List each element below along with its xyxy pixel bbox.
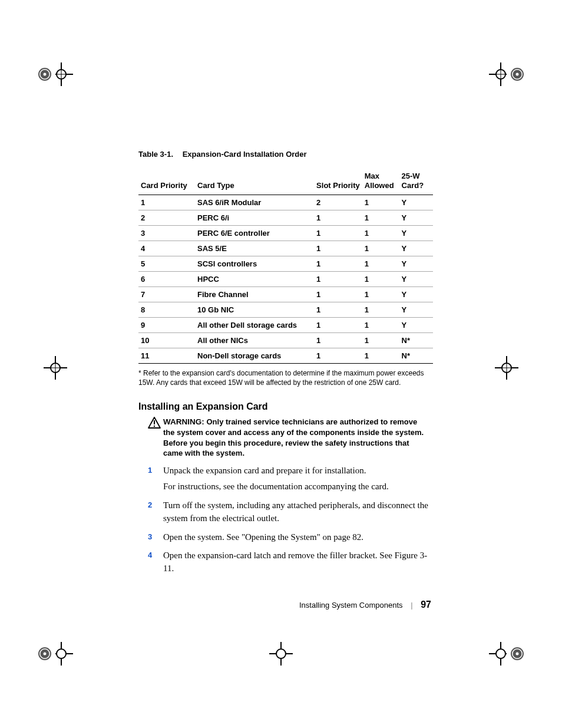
table-cell-ma: 1	[362, 210, 399, 225]
table-cell-cp: 7	[138, 286, 195, 302]
table-cell-sp: 1	[314, 332, 362, 348]
table-cell-sp: 1	[314, 241, 362, 256]
table-cell-w: N*	[399, 332, 433, 348]
svg-point-39	[154, 426, 155, 427]
table-cell-ct: All other Dell storage cards	[195, 317, 314, 332]
table-cell-w: Y	[399, 317, 433, 332]
table-cell-cp: 1	[138, 195, 195, 210]
table-row: 4SAS 5/E11Y	[138, 241, 433, 256]
th-max-allowed: Max Allowed	[362, 169, 399, 195]
table-row: 5SCSI controllers11Y	[138, 256, 433, 271]
section-heading: Installing an Expansion Card	[138, 401, 433, 412]
svg-point-24	[39, 648, 51, 660]
svg-point-7	[511, 68, 523, 80]
table-cell-w: Y	[399, 256, 433, 271]
table-cell-ct: SCSI controllers	[195, 256, 314, 271]
th-slot-priority: Slot Priority	[314, 169, 362, 195]
table-row: 9All other Dell storage cards11Y	[138, 317, 433, 332]
table-row: 6HPCC11Y	[138, 271, 433, 286]
table-number: Table 3-1.	[138, 150, 173, 159]
svg-point-25	[42, 651, 48, 657]
table-cell-ma: 1	[362, 271, 399, 286]
table-cell-sp: 1	[314, 225, 362, 241]
step-item: 4Open the expansion-card latch and remov…	[138, 549, 433, 575]
table-row: 11Non-Dell storage cards11N*	[138, 348, 433, 363]
th-25w-card: 25-W Card?	[399, 169, 433, 195]
table-cell-sp: 1	[314, 271, 362, 286]
table-cell-w: N*	[399, 348, 433, 363]
crop-mark-icon	[263, 636, 299, 671]
table-caption: Table 3-1. Expansion-Card Installation O…	[138, 150, 433, 159]
steps-list: 1Unpack the expansion card and prepare i…	[138, 465, 433, 575]
warning-block: WARNING: Only trained service technician…	[148, 417, 433, 459]
table-row: 2PERC 6/i11Y	[138, 210, 433, 225]
table-cell-sp: 1	[314, 286, 362, 302]
crop-mark-icon	[489, 636, 524, 671]
th-card-priority: Card Priority	[138, 169, 195, 195]
table-cell-ma: 1	[362, 256, 399, 271]
table-cell-ma: 1	[362, 225, 399, 241]
expansion-card-table: Card Priority Card Type Slot Priority Ma…	[138, 169, 433, 364]
svg-point-1	[42, 71, 48, 77]
table-cell-w: Y	[399, 271, 433, 286]
table-cell-ct: All other NICs	[195, 332, 314, 348]
table-cell-ma: 1	[362, 195, 399, 210]
table-cell-ma: 1	[362, 302, 399, 317]
table-cell-cp: 2	[138, 210, 195, 225]
warning-label: WARNING:	[163, 417, 207, 426]
table-cell-w: Y	[399, 302, 433, 317]
table-cell-sp: 1	[314, 317, 362, 332]
table-cell-w: Y	[399, 241, 433, 256]
svg-point-16	[51, 363, 60, 373]
svg-point-29	[511, 648, 523, 660]
crop-mark-icon	[38, 57, 73, 92]
table-cell-ma: 1	[362, 317, 399, 332]
table-row: 1SAS 6/iR Modular21Y	[138, 195, 433, 210]
crop-mark-icon	[489, 350, 524, 386]
table-cell-ma: 1	[362, 332, 399, 348]
table-cell-sp: 1	[314, 348, 362, 363]
table-cell-cp: 3	[138, 225, 195, 241]
footer-separator: |	[411, 601, 412, 610]
svg-point-11	[496, 70, 505, 79]
table-cell-sp: 2	[314, 195, 362, 210]
table-caption-text: Expansion-Card Installation Order	[183, 150, 307, 159]
table-cell-cp: 5	[138, 256, 195, 271]
table-row: 810 Gb NIC11Y	[138, 302, 433, 317]
table-cell-cp: 4	[138, 241, 195, 256]
step-number: 3	[148, 532, 152, 543]
table-cell-ma: 1	[362, 241, 399, 256]
table-cell-ma: 1	[362, 286, 399, 302]
warning-icon	[148, 417, 161, 431]
page-footer: Installing System Components | 97	[299, 599, 431, 610]
table-cell-sp: 1	[314, 256, 362, 271]
svg-point-30	[514, 651, 520, 657]
step-text: Open the system. See "Opening the System…	[163, 532, 363, 542]
table-cell-cp: 9	[138, 317, 195, 332]
table-footnote: * Refer to the expansion card's document…	[138, 368, 433, 387]
th-card-type: Card Type	[195, 169, 314, 195]
step-item: 3Open the system. See "Opening the Syste…	[138, 531, 433, 544]
table-row: 3PERC 6/E controller11Y	[138, 225, 433, 241]
svg-point-36	[276, 649, 286, 658]
svg-point-33	[496, 649, 505, 658]
table-cell-w: Y	[399, 210, 433, 225]
step-number: 1	[148, 465, 152, 476]
table-cell-sp: 1	[314, 210, 362, 225]
table-cell-w: Y	[399, 286, 433, 302]
step-number: 4	[148, 550, 152, 561]
table-cell-w: Y	[399, 225, 433, 241]
table-cell-ct: Fibre Channel	[195, 286, 314, 302]
step-subtext: For instructions, see the documentation …	[163, 480, 433, 493]
table-row: 7Fibre Channel11Y	[138, 286, 433, 302]
svg-point-21	[502, 363, 511, 373]
step-text: Turn off the system, including any attac…	[163, 500, 428, 523]
table-cell-ct: HPCC	[195, 271, 314, 286]
step-number: 2	[148, 500, 152, 511]
svg-point-8	[514, 71, 520, 77]
table-cell-cp: 10	[138, 332, 195, 348]
table-cell-w: Y	[399, 195, 433, 210]
svg-point-4	[57, 70, 66, 79]
table-cell-ct: Non-Dell storage cards	[195, 348, 314, 363]
table-cell-cp: 6	[138, 271, 195, 286]
